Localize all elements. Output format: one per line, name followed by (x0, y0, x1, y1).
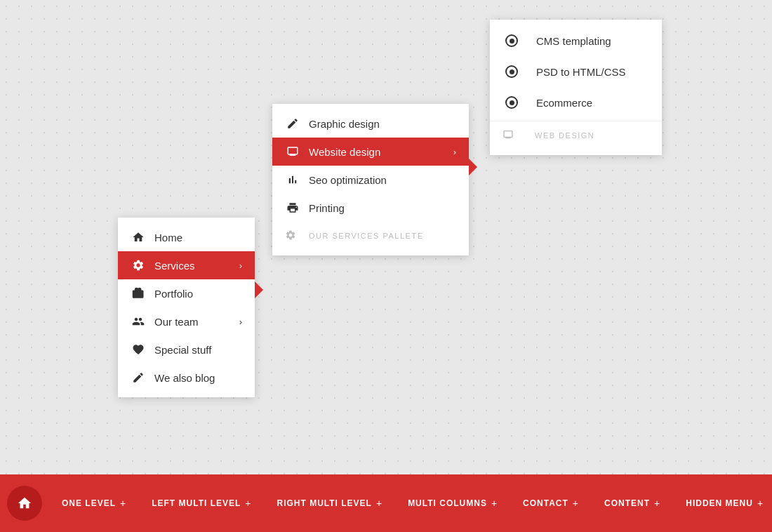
menu-item-graphic-design[interactable]: Graphic design (272, 109, 469, 138)
menu-item-printing[interactable]: Printing (272, 194, 469, 222)
menu-item-printing-label: Printing (309, 202, 345, 214)
menu-item-graphic-design-label: Graphic design (309, 118, 380, 130)
bottom-nav-item-left-multi-level-label: LEFT MULTI LEVEL (152, 498, 241, 508)
menu-item-ecommerce-label: Ecommerce (536, 97, 592, 109)
menu-level2-footer-label: OUR SERVICES PALLETE (309, 232, 423, 240)
bottom-nav: ONE LEVEL + LEFT MULTI LEVEL + RIGHT MUL… (0, 474, 772, 532)
menu-item-services[interactable]: Services › (118, 251, 255, 279)
menu-level2-footer: OUR SERVICES PALLETE (272, 222, 469, 250)
gear-small-icon (285, 230, 300, 242)
plus-icon-2: + (245, 498, 251, 509)
menu-item-special-stuff-label: Special stuff (154, 344, 211, 356)
circle-icon-psd (504, 65, 519, 78)
menu-item-ecommerce[interactable]: Ecommerce (490, 87, 662, 118)
portfolio-icon (131, 287, 146, 300)
plus-icon-3: + (376, 498, 382, 509)
plus-icon-4: + (491, 498, 498, 509)
bottom-nav-item-content-label: CONTENT (604, 498, 650, 508)
menu-item-portfolio-label: Portfolio (154, 288, 193, 300)
bottom-nav-home[interactable] (7, 486, 42, 521)
chevron-right-icon: › (239, 260, 242, 271)
bottom-nav-item-left-multi-level[interactable]: LEFT MULTI LEVEL + (139, 498, 264, 509)
monitor-small-icon (503, 129, 518, 142)
team-icon (131, 315, 146, 328)
plus-icon-5: + (573, 498, 579, 509)
bottom-nav-item-multi-columns[interactable]: MULTI COLUMNS + (395, 498, 510, 509)
circle-icon-ecommerce (504, 96, 519, 109)
menu-item-website-design[interactable]: Website design › (272, 138, 469, 166)
menu-item-services-label: Services (154, 260, 195, 272)
menu-item-home-label: Home (154, 232, 182, 244)
menu-item-our-team-label: Our team (154, 316, 199, 328)
home-icon (131, 231, 146, 244)
menu-level3-footer: WEB DESIGN (490, 121, 662, 149)
circle-icon-cms (504, 34, 519, 47)
plus-icon-1: + (120, 498, 126, 509)
bottom-nav-items: ONE LEVEL + LEFT MULTI LEVEL + RIGHT MUL… (49, 498, 772, 509)
menu-item-cms-templating[interactable]: CMS templating (490, 25, 662, 56)
bottom-nav-item-contact[interactable]: CONTACT + (510, 498, 592, 509)
bottom-nav-item-one-level[interactable]: ONE LEVEL + (49, 498, 139, 509)
heart-icon (131, 343, 146, 356)
menu-item-home[interactable]: Home (118, 223, 255, 251)
menu-level2: Graphic design Website design › Seo opti… (272, 104, 469, 255)
bottom-nav-item-content[interactable]: CONTENT + (592, 498, 673, 509)
menu-item-portfolio[interactable]: Portfolio (118, 279, 255, 307)
print-icon (285, 201, 300, 214)
chevron-right-icon2: › (239, 317, 242, 327)
pencil-icon (131, 371, 146, 384)
bottom-nav-item-hidden-menu-label: HIDDEN MENU (686, 498, 753, 508)
bottom-nav-item-multi-columns-label: MULTI COLUMNS (408, 498, 487, 508)
bottom-nav-item-hidden-menu[interactable]: HIDDEN MENU + (673, 498, 772, 509)
menu-item-seo-optimization-label: Seo optimization (309, 174, 387, 186)
bottom-nav-item-right-multi-level-label: RIGHT MULTI LEVEL (277, 498, 372, 508)
monitor-icon (285, 145, 300, 158)
menu-item-we-also-blog-label: We also blog (154, 372, 215, 384)
plus-icon-6: + (654, 498, 660, 509)
chevron-right-icon3: › (453, 147, 456, 157)
menu-level3-footer-label: WEB DESIGN (535, 131, 594, 140)
bottom-nav-item-right-multi-level[interactable]: RIGHT MULTI LEVEL + (265, 498, 396, 509)
menu-item-cms-label: CMS templating (536, 35, 611, 47)
menu-item-seo-optimization[interactable]: Seo optimization (272, 166, 469, 194)
menu-item-psd-label: PSD to HTML/CSS (536, 66, 626, 78)
menu-level1: Home Services › Portfolio Our team › (118, 218, 255, 397)
menu-item-we-also-blog[interactable]: We also blog (118, 364, 255, 392)
menu-item-special-stuff[interactable]: Special stuff (118, 335, 255, 364)
plus-icon-7: + (757, 498, 764, 509)
bottom-nav-item-contact-label: CONTACT (523, 498, 568, 508)
gear-icon (131, 259, 146, 272)
menu-item-our-team[interactable]: Our team › (118, 307, 255, 335)
bars-icon (285, 173, 300, 186)
menu-item-website-design-label: Website design (309, 146, 380, 158)
menu-item-psd-to-html[interactable]: PSD to HTML/CSS (490, 56, 662, 87)
menu-level3: CMS templating PSD to HTML/CSS Ecommerce… (490, 20, 662, 155)
pencil2-icon (285, 117, 300, 130)
bottom-nav-item-one-level-label: ONE LEVEL (62, 498, 116, 508)
